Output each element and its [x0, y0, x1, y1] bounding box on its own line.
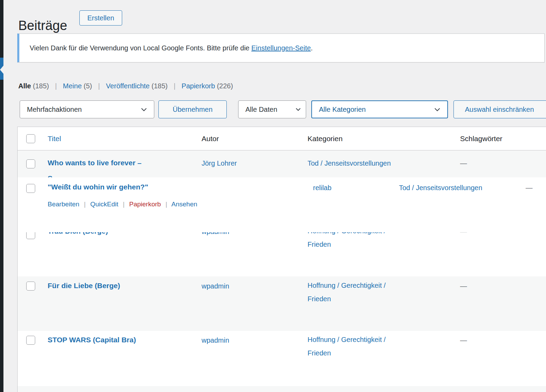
bulk-actions-select[interactable]: Mehrfachaktionen	[20, 100, 154, 118]
select-all-checkbox[interactable]	[26, 134, 35, 143]
author-link[interactable]: wpadmin	[202, 282, 229, 291]
category-link[interactable]: Tod / Jenseitsvorstellungen	[308, 159, 391, 168]
edit-action[interactable]: Bearbeiten	[48, 200, 79, 208]
restrict-selection-button[interactable]: Auswahl einschränken	[454, 100, 546, 118]
separator: |	[55, 82, 57, 90]
column-header-tags: Schlagwörter	[460, 134, 503, 143]
row-checkbox[interactable]	[26, 336, 35, 345]
filter-published-count: (185)	[152, 82, 168, 90]
notice-text: Vielen Dank für die Verwendung von Local…	[30, 44, 251, 52]
status-filter-links: Alle (185) | Meine (5) | Veröffentlichte…	[18, 82, 233, 90]
separator: |	[98, 82, 100, 90]
tags-empty-dash: —	[526, 183, 533, 192]
bulk-actions-value: Mehrfachaktionen	[27, 106, 82, 114]
row-actions: Bearbeiten | QuickEdit | Papierkorb | An…	[48, 200, 197, 208]
filter-trash[interactable]: Papierkorb	[182, 82, 215, 90]
date-filter-select[interactable]: Alle Daten	[238, 100, 306, 118]
chevron-down-icon	[141, 108, 147, 111]
page-title: Beiträge	[18, 17, 67, 34]
table-header-row: Titel Autor Kategorien Schlagwörter	[18, 127, 546, 150]
tags-empty-dash: —	[460, 159, 467, 168]
view-action[interactable]: Ansehen	[172, 200, 197, 208]
admin-menu-strip[interactable]	[0, 0, 3, 392]
post-title-link[interactable]: Who wants to live forever –	[48, 158, 142, 167]
post-title-link[interactable]: STOP WARS (Capital Bra)	[48, 335, 136, 344]
category-link[interactable]: Tod / Jenseitsvorstellungen	[399, 183, 482, 192]
author-link[interactable]: relilab	[313, 183, 331, 192]
post-title-link[interactable]: "Weißt du wohin wir gehen?"	[48, 182, 148, 192]
separator: |	[84, 200, 86, 208]
posts-table: Titel Autor Kategorien Schlagwörter Who …	[17, 127, 546, 392]
filter-published[interactable]: Veröffentlichte	[106, 82, 149, 90]
category-link[interactable]: Hoffnung / Gerechtigkeit /	[308, 335, 386, 344]
chevron-down-icon	[295, 108, 301, 111]
filter-all-count: (185)	[33, 82, 49, 90]
filter-mine-count: (5)	[84, 82, 92, 90]
category-link[interactable]: Frieden	[308, 240, 331, 249]
post-title-link[interactable]: Für die Liebe (Berge)	[48, 281, 120, 290]
category-filter-value: Alle Kategorien	[319, 106, 366, 114]
column-header-title[interactable]: Titel	[48, 134, 61, 143]
quickedit-action[interactable]: QuickEdit	[90, 200, 118, 208]
table-row	[18, 386, 546, 392]
separator: |	[165, 200, 167, 208]
tags-empty-dash: —	[460, 282, 467, 291]
filter-trash-count: (226)	[217, 82, 233, 90]
create-post-button[interactable]: Erstellen	[79, 10, 122, 26]
posts-admin-page: Beiträge Erstellen Vielen Dank für die V…	[0, 0, 546, 392]
row-checkbox[interactable]	[26, 184, 35, 193]
settings-page-link[interactable]: Einstellungen-Seite	[251, 44, 311, 52]
author-link[interactable]: wpadmin	[202, 336, 229, 345]
row-checkbox[interactable]	[26, 159, 35, 168]
column-header-categories: Kategorien	[308, 134, 343, 143]
row-checkbox[interactable]	[26, 282, 35, 291]
table-row-hovered: "Weißt du wohin wir gehen?" relilab Tod …	[18, 177, 546, 232]
category-filter-select[interactable]: Alle Kategorien	[311, 100, 448, 118]
category-link[interactable]: Frieden	[308, 294, 331, 303]
author-link[interactable]: Jörg Lohrer	[202, 159, 237, 168]
tags-empty-dash: —	[460, 336, 467, 345]
chevron-down-icon	[434, 108, 440, 111]
apply-button[interactable]: Übernehmen	[158, 100, 227, 118]
category-link[interactable]: Frieden	[308, 349, 331, 357]
column-header-author: Autor	[202, 134, 219, 143]
separator: |	[123, 200, 125, 208]
date-filter-value: Alle Daten	[245, 106, 277, 114]
category-link[interactable]: Hoffnung / Gerechtigkeit /	[308, 281, 386, 290]
trash-action[interactable]: Papierkorb	[129, 200, 161, 208]
filter-all[interactable]: Alle	[18, 82, 31, 90]
notice-suffix: .	[311, 44, 313, 52]
filter-mine[interactable]: Meine	[63, 82, 81, 90]
notice-banner: Vielen Dank für die Verwendung von Local…	[17, 33, 545, 62]
separator: |	[174, 82, 175, 90]
